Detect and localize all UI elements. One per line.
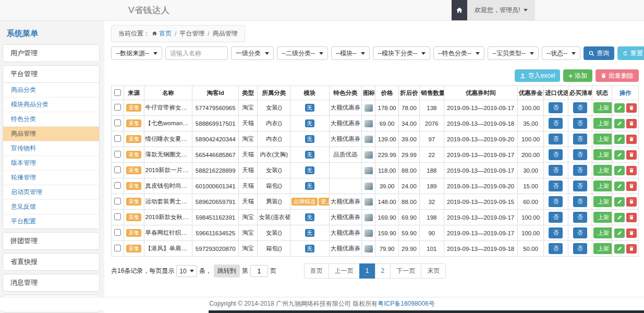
sidebar-subitem-启动页管理[interactable]: 启动页管理 [3,185,99,200]
row-checkbox[interactable] [114,166,121,173]
page-button-首页[interactable]: 首页 [304,263,329,279]
edit-button[interactable] [614,166,625,175]
delete-button[interactable] [626,244,637,254]
select-all-checkbox[interactable] [114,89,121,96]
filter-select-data-source[interactable]: --数据来源-- [111,46,162,60]
must-buy-toggle[interactable]: 否 [573,165,587,176]
add-button[interactable]: + 添加 [563,69,592,82]
icp-link[interactable]: 粤ICP备16098006号 [378,299,434,308]
delete-button[interactable] [626,197,637,207]
delete-button[interactable] [626,135,637,144]
import-select-toggle[interactable]: 否 [549,149,563,160]
must-buy-toggle[interactable]: 否 [573,134,587,145]
name-search-input[interactable] [165,46,228,60]
must-buy-toggle[interactable]: 否 [573,118,587,129]
page-number-input[interactable] [250,265,268,277]
status-button[interactable]: 上架 [593,243,612,254]
batch-delete-button[interactable]: 批量删除 [596,69,639,82]
status-button[interactable]: 上架 [593,196,612,207]
user-menu[interactable]: 欢迎您，管理员! [467,0,535,20]
filter-select-0[interactable]: 一级分类 [231,46,274,60]
page-button-下一页[interactable]: 下一页 [390,263,421,279]
must-buy-toggle[interactable]: 否 [573,243,587,254]
import-select-toggle[interactable]: 否 [549,196,563,207]
search-button[interactable]: 查询 [584,46,614,60]
edit-button[interactable] [614,213,625,222]
filter-select-2[interactable]: --模块-- [331,46,370,60]
filter-select-4[interactable]: --特色分类-- [433,46,484,60]
sidebar-item-省直快报[interactable]: 省直快报 [3,254,99,270]
import-select-toggle[interactable]: 否 [549,180,563,191]
sidebar-item-平台管理[interactable]: 平台管理 [3,66,99,82]
sidebar-subitem-意见反馈[interactable]: 意见反馈 [3,200,99,214]
row-checkbox[interactable] [114,213,121,220]
must-buy-toggle[interactable]: 否 [573,149,587,160]
delete-button[interactable] [626,213,637,222]
delete-button[interactable] [626,150,637,160]
edit-button[interactable] [614,197,625,207]
sidebar-item-用户管理[interactable]: 用户管理 [3,45,99,62]
must-buy-toggle[interactable]: 否 [573,196,587,207]
delete-button[interactable] [626,182,637,191]
row-checkbox[interactable] [114,135,121,142]
must-buy-toggle[interactable]: 否 [573,212,587,223]
row-checkbox[interactable] [114,229,121,236]
import-select-toggle[interactable]: 否 [549,212,563,223]
must-buy-toggle[interactable]: 否 [573,227,587,238]
delete-button[interactable] [626,228,637,238]
row-checkbox[interactable] [114,198,121,204]
sidebar-subitem-特色分类[interactable]: 特色分类 [3,112,99,127]
import-select-toggle[interactable]: 否 [549,243,563,254]
status-button[interactable]: 上架 [593,165,612,176]
import-select-toggle[interactable]: 否 [549,134,563,145]
page-button-上一页[interactable]: 上一页 [329,263,360,279]
home-nav-button[interactable] [452,0,467,20]
sidebar-subitem-平台配置[interactable]: 平台配置 [3,214,99,228]
status-button[interactable]: 上架 [593,149,612,160]
jump-button[interactable]: 跳转到 [214,264,240,278]
sidebar-subitem-模块商品分类[interactable]: 模块商品分类 [3,98,99,112]
breadcrumb-home-link[interactable]: 首页 [152,29,172,38]
delete-button[interactable] [626,103,637,113]
delete-button[interactable] [626,119,637,128]
row-checkbox[interactable] [114,245,121,251]
filter-select-6[interactable]: --状态-- [542,46,580,60]
delete-button[interactable] [626,166,637,175]
page-button-末页[interactable]: 末页 [421,263,446,279]
sidebar-subitem-版本管理[interactable]: 版本管理 [3,156,99,171]
sidebar-subitem-商品管理[interactable]: 商品管理 [3,127,99,141]
status-button[interactable]: 上架 [593,180,612,191]
edit-button[interactable] [614,135,625,144]
page-button-1[interactable]: 1 [359,263,375,279]
filter-select-1[interactable]: --二级分类-- [277,46,328,60]
import-select-toggle[interactable]: 否 [549,165,563,176]
edit-button[interactable] [614,119,625,128]
status-button[interactable]: 上架 [593,118,612,129]
sidebar-subitem-宣传物料[interactable]: 宣传物料 [3,141,99,156]
page-button-2[interactable]: 2 [375,263,391,279]
status-button[interactable]: 上架 [593,134,612,145]
status-button[interactable]: 上架 [593,227,612,238]
status-button[interactable]: 上架 [593,212,612,223]
edit-button[interactable] [614,228,625,238]
filter-select-5[interactable]: --宝贝类型-- [488,46,539,60]
sidebar-item-消息管理[interactable]: 消息管理 [3,274,99,291]
import-select-toggle[interactable]: 否 [549,118,563,129]
reset-button[interactable]: 重置 [617,46,644,60]
row-checkbox[interactable] [114,119,121,126]
edit-button[interactable] [614,150,625,160]
filter-select-3[interactable]: --模块下分类-- [373,46,430,60]
import-select-toggle[interactable]: 否 [549,102,563,113]
sidebar-subitem-商品分类[interactable]: 商品分类 [3,83,99,98]
edit-button[interactable] [614,103,625,113]
import-select-toggle[interactable]: 否 [549,227,563,238]
edit-button[interactable] [614,182,625,191]
app-brand[interactable]: V省钱达人 [128,4,169,16]
must-buy-toggle[interactable]: 否 [573,180,587,191]
edit-button[interactable] [614,244,625,254]
row-checkbox[interactable] [114,104,121,111]
row-checkbox[interactable] [114,182,121,189]
sidebar-subitem-轮播管理[interactable]: 轮播管理 [3,171,99,185]
sidebar-item-拼团管理[interactable]: 拼团管理 [3,233,99,249]
import-excel-button[interactable]: 导入excel [515,69,560,82]
